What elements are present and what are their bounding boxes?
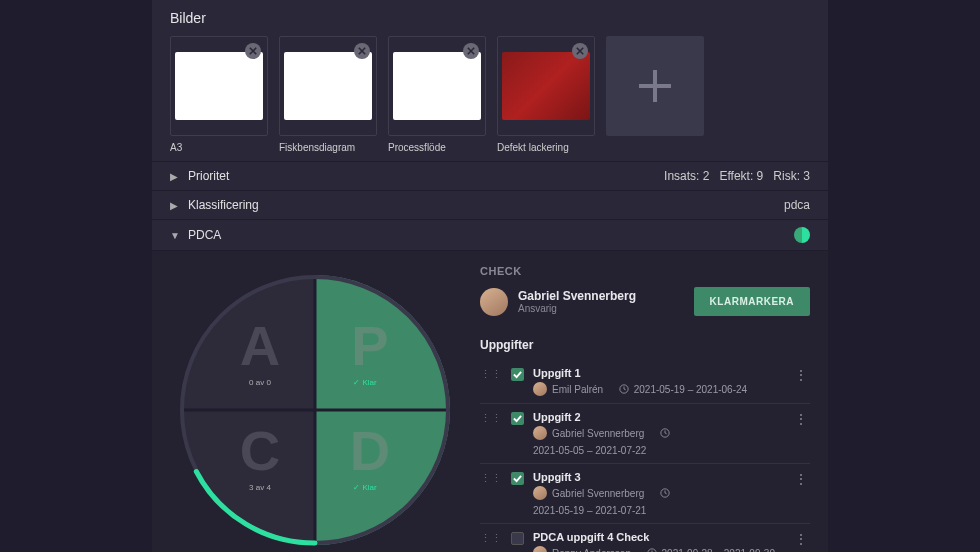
pdca-body: A P C D 0 av 0 ✓ Klar 3 av 4 ✓ Klar CHEC… <box>152 250 828 552</box>
task-meta: Gabriel Svennerberg 2021-05-05 – 2021-07… <box>533 426 783 456</box>
drag-handle-icon[interactable]: ⋮⋮ <box>480 472 502 485</box>
owner-role: Ansvarig <box>518 303 636 314</box>
task-main: Uppgift 3Gabriel Svennerberg 2021-05-19 … <box>533 471 783 516</box>
task-checkbox[interactable] <box>511 532 524 545</box>
pdca-sub-c: 3 av 4 <box>249 483 271 492</box>
clock-icon <box>647 548 657 552</box>
owner-name: Gabriel Svennerberg <box>518 289 636 303</box>
captions-row: A3 Fiskbensdiagram Processflöde Defekt l… <box>170 142 810 153</box>
task-checkbox[interactable] <box>511 472 524 485</box>
pdca-letter-p: P <box>351 314 388 377</box>
phase-label: CHECK <box>480 265 810 277</box>
pdca-detail-column: CHECK Gabriel Svennerberg Ansvarig KLARM… <box>480 265 810 552</box>
task-row[interactable]: ⋮⋮PDCA uppgift 4 CheckRonny Andersson 20… <box>480 524 810 552</box>
drag-handle-icon[interactable]: ⋮⋮ <box>480 368 502 381</box>
pdca-letter-a: A <box>240 314 280 377</box>
avatar <box>480 288 508 316</box>
expander-label: Prioritet <box>188 169 664 183</box>
clock-icon <box>619 384 629 394</box>
task-meta: Gabriel Svennerberg 2021-05-19 – 2021-07… <box>533 486 783 516</box>
image-caption: Processflöde <box>388 142 486 153</box>
image-card[interactable] <box>170 36 268 136</box>
task-checkbox[interactable] <box>511 368 524 381</box>
add-image-button[interactable] <box>606 36 704 136</box>
pdca-wheel: A P C D 0 av 0 ✓ Klar 3 av 4 ✓ Klar <box>170 265 460 552</box>
image-caption: A3 <box>170 142 268 153</box>
avatar <box>533 426 547 440</box>
clock-icon <box>660 488 670 498</box>
more-icon[interactable]: ⋮ <box>792 471 810 487</box>
task-assignee: Emil Palrén <box>552 384 603 395</box>
pdca-sub-a: 0 av 0 <box>249 378 271 387</box>
expander-prioritet[interactable]: ▶ Prioritet Insats: 2 Effekt: 9 Risk: 3 <box>152 161 828 190</box>
task-assignee: Gabriel Svennerberg <box>552 488 644 499</box>
close-icon[interactable] <box>463 43 479 59</box>
chevron-down-icon: ▼ <box>170 230 180 241</box>
tasks-list: ⋮⋮Uppgift 1Emil Palrén 2021-05-19 – 2021… <box>480 360 810 552</box>
avatar <box>533 486 547 500</box>
task-row[interactable]: ⋮⋮Uppgift 3Gabriel Svennerberg 2021-05-1… <box>480 464 810 524</box>
close-icon[interactable] <box>354 43 370 59</box>
task-assignee: Gabriel Svennerberg <box>552 428 644 439</box>
avatar <box>533 546 547 552</box>
owner-row: Gabriel Svennerberg Ansvarig KLARMARKERA <box>480 287 810 316</box>
pdca-letter-c: C <box>240 419 280 482</box>
task-title: Uppgift 1 <box>533 367 783 379</box>
thumbnail <box>502 52 590 120</box>
task-main: Uppgift 1Emil Palrén 2021-05-19 – 2021-0… <box>533 367 783 396</box>
close-icon[interactable] <box>245 43 261 59</box>
chevron-right-icon: ▶ <box>170 200 180 211</box>
pdca-sub-d: ✓ Klar <box>353 483 377 492</box>
expander-meta: pdca <box>784 198 810 212</box>
task-meta: Emil Palrén 2021-05-19 – 2021-06-24 <box>533 382 783 396</box>
task-title: Uppgift 2 <box>533 411 783 423</box>
image-card[interactable] <box>279 36 377 136</box>
task-dates: 2021-05-19 – 2021-07-21 <box>533 505 646 516</box>
drag-handle-icon[interactable]: ⋮⋮ <box>480 412 502 425</box>
task-row[interactable]: ⋮⋮Uppgift 2Gabriel Svennerberg 2021-05-0… <box>480 404 810 464</box>
more-icon[interactable]: ⋮ <box>792 531 810 547</box>
more-icon[interactable]: ⋮ <box>792 367 810 383</box>
more-icon[interactable]: ⋮ <box>792 411 810 427</box>
image-card[interactable] <box>388 36 486 136</box>
thumbnail <box>393 52 481 120</box>
task-checkbox[interactable] <box>511 412 524 425</box>
image-card[interactable] <box>497 36 595 136</box>
task-main: Uppgift 2Gabriel Svennerberg 2021-05-05 … <box>533 411 783 456</box>
task-dates: 2021-09-28 – 2021-09-30 <box>662 548 775 553</box>
main-panel: Bilder <box>152 0 828 552</box>
pdca-letter-d: D <box>350 419 390 482</box>
chevron-right-icon: ▶ <box>170 171 180 182</box>
task-title: Uppgift 3 <box>533 471 783 483</box>
mark-done-button[interactable]: KLARMARKERA <box>694 287 810 316</box>
image-caption: Fiskbensdiagram <box>279 142 377 153</box>
close-icon[interactable] <box>572 43 588 59</box>
expander-label: Klassificering <box>188 198 784 212</box>
drag-handle-icon[interactable]: ⋮⋮ <box>480 532 502 545</box>
clock-icon <box>660 428 670 438</box>
task-dates: 2021-05-19 – 2021-06-24 <box>634 384 747 395</box>
task-meta: Ronny Andersson 2021-09-28 – 2021-09-30 <box>533 546 783 552</box>
task-title: PDCA uppgift 4 Check <box>533 531 783 543</box>
pdca-progress-icon <box>794 227 810 243</box>
task-assignee: Ronny Andersson <box>552 548 631 553</box>
image-caption: Defekt lackering <box>497 142 595 153</box>
task-main: PDCA uppgift 4 CheckRonny Andersson 2021… <box>533 531 783 552</box>
pdca-sub-p: ✓ Klar <box>353 378 377 387</box>
task-row[interactable]: ⋮⋮Uppgift 1Emil Palrén 2021-05-19 – 2021… <box>480 360 810 404</box>
thumbnail <box>175 52 263 120</box>
expander-klassificering[interactable]: ▶ Klassificering pdca <box>152 190 828 219</box>
avatar <box>533 382 547 396</box>
thumbnail <box>284 52 372 120</box>
expander-label: PDCA <box>188 228 794 242</box>
expander-pdca[interactable]: ▼ PDCA <box>152 219 828 250</box>
images-row <box>170 36 810 136</box>
images-section-title: Bilder <box>170 10 810 26</box>
tasks-title: Uppgifter <box>480 338 810 352</box>
task-dates: 2021-05-05 – 2021-07-22 <box>533 445 646 456</box>
expander-meta: Insats: 2 Effekt: 9 Risk: 3 <box>664 169 810 183</box>
